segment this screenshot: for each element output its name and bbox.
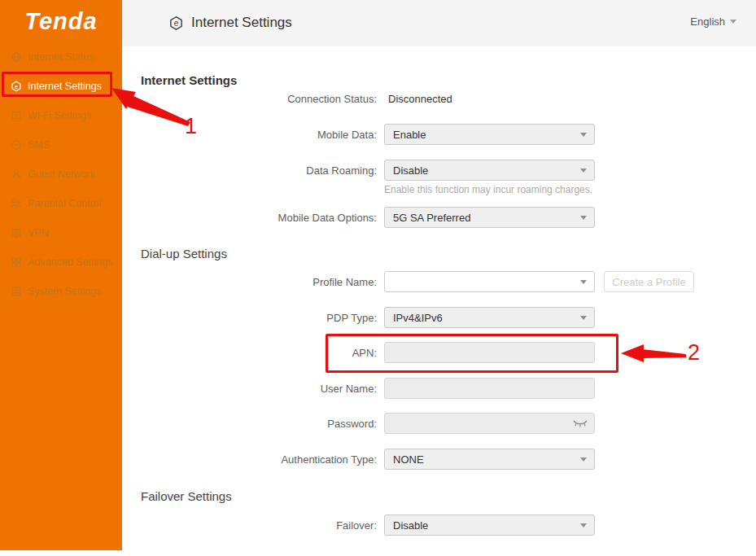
auth-type-row: Authentication Type: NONE [122, 449, 756, 470]
pdp-type-label: PDP Type: [122, 312, 377, 324]
sidebar-item-label: Guest Network [28, 169, 95, 180]
profile-name-label: Profile Name: [122, 276, 377, 288]
language-label: English [690, 15, 725, 28]
mobile-data-label: Mobile Data: [122, 129, 377, 141]
sidebar-item-vpn[interactable]: VPN [0, 218, 122, 247]
section-heading-internet-settings: Internet Settings [141, 73, 756, 88]
data-roaming-hint: Enable this function may incur roaming c… [384, 184, 756, 195]
data-roaming-label: Data Roaming: [122, 164, 377, 177]
top-header: e Internet Settings English [122, 0, 756, 46]
tenda-logo: Tenda [0, 0, 122, 42]
sidebar-item-guest-network[interactable]: Guest Network [0, 160, 122, 189]
failover-label: Failover: [122, 519, 377, 532]
failover-row: Failover: Disable [122, 514, 756, 536]
gear-icon: e [11, 81, 22, 92]
advanced-icon [11, 256, 22, 268]
mobile-data-options-value: 5G SA Preferred [393, 212, 470, 224]
apn-input[interactable] [384, 342, 595, 363]
chevron-down-icon [580, 457, 587, 462]
sidebar-item-label: System Settings [28, 286, 101, 297]
auth-type-label: Authentication Type: [122, 453, 377, 466]
sidebar-item-label: Internet Settings [28, 81, 102, 92]
mobile-data-select[interactable]: Enable [384, 124, 595, 145]
sidebar-item-label: SMS [28, 139, 50, 151]
language-selector[interactable]: English [690, 15, 736, 28]
password-row: Password: [122, 413, 756, 434]
password-label: Password: [122, 418, 377, 430]
pdp-type-select[interactable]: IPv4&IPv6 [384, 307, 595, 328]
user-name-label: User Name: [122, 383, 377, 395]
sidebar-item-wifi-settings[interactable]: Wi-Fi Settings [0, 101, 122, 130]
pdp-type-value: IPv4&IPv6 [393, 312, 443, 324]
data-roaming-select[interactable]: Disable [384, 160, 595, 181]
apn-row: APN: [122, 342, 756, 363]
mobile-data-row: Mobile Data: Enable [122, 124, 756, 145]
vpn-icon [11, 227, 22, 239]
profile-name-row: Profile Name: Create a Profile [122, 271, 756, 292]
data-roaming-row: Data Roaming: Disable [122, 160, 756, 181]
chevron-down-icon [580, 316, 587, 320]
sidebar-item-label: Parental Control [28, 198, 101, 209]
section-heading-dialup-settings: Dial-up Settings [141, 247, 756, 261]
chevron-down-icon [730, 20, 736, 24]
main-content: Internet Settings Connection Status: Dis… [122, 46, 756, 556]
sidebar-item-advanced-settings[interactable]: Advanced Settings [0, 247, 122, 277]
failover-value: Disable [393, 519, 428, 532]
profile-name-select[interactable] [384, 271, 595, 292]
gear-icon: e [168, 15, 184, 31]
sidebar-item-label: Internet Status [28, 51, 94, 63]
password-input[interactable] [384, 413, 595, 434]
chevron-down-icon [580, 216, 587, 220]
sidebar-item-internet-settings[interactable]: e Internet Settings [0, 72, 122, 101]
mobile-data-options-row: Mobile Data Options: 5G SA Preferred [122, 207, 756, 228]
user-name-input[interactable] [384, 378, 595, 399]
sidebar-item-parental-control[interactable]: Parental Control [0, 189, 122, 218]
auth-type-select[interactable]: NONE [384, 449, 595, 470]
failover-select[interactable]: Disable [384, 514, 595, 536]
pdp-type-row: PDP Type: IPv4&IPv6 [122, 307, 756, 328]
globe-icon [11, 51, 22, 63]
sidebar-item-system-settings[interactable]: System Settings [0, 277, 122, 306]
router-admin-page: Tenda Internet Status e Internet Setting… [0, 0, 756, 556]
chevron-down-icon [580, 133, 587, 137]
apn-label: APN: [122, 347, 377, 359]
connection-status-label: Connection Status: [122, 93, 377, 105]
mobile-data-options-label: Mobile Data Options: [122, 212, 377, 224]
sms-icon [11, 139, 22, 151]
sidebar-menu: Internet Status e Internet Settings Wi-F… [0, 42, 122, 306]
chevron-down-icon [580, 169, 587, 173]
sidebar-item-label: Advanced Settings [28, 256, 112, 268]
chevron-down-icon [580, 280, 587, 284]
auth-type-value: NONE [393, 453, 424, 466]
create-profile-button[interactable]: Create a Profile [604, 271, 694, 292]
guest-icon [11, 169, 22, 180]
page-title-text: Internet Settings [191, 15, 292, 31]
connection-status-row: Connection Status: Disconnected [122, 88, 756, 109]
user-name-row: User Name: [122, 378, 756, 399]
mobile-data-options-select[interactable]: 5G SA Preferred [384, 207, 595, 228]
sidebar-item-label: VPN [28, 227, 49, 239]
system-icon [11, 286, 22, 297]
page-title: e Internet Settings [168, 15, 292, 31]
eye-closed-icon[interactable] [572, 418, 588, 428]
chevron-down-icon [580, 523, 587, 528]
svg-text:e: e [15, 83, 18, 90]
sidebar-item-sms[interactable]: SMS [0, 130, 122, 160]
wifi-icon [11, 110, 22, 121]
sidebar: Tenda Internet Status e Internet Setting… [0, 0, 122, 550]
data-roaming-value: Disable [393, 164, 428, 177]
sidebar-item-internet-status[interactable]: Internet Status [0, 42, 122, 72]
sidebar-item-label: Wi-Fi Settings [28, 110, 91, 121]
connection-status-value: Disconnected [384, 93, 452, 105]
mobile-data-value: Enable [393, 129, 426, 141]
parental-icon [11, 198, 22, 209]
svg-text:e: e [174, 19, 179, 28]
section-heading-failover-settings: Failover Settings [141, 489, 756, 504]
